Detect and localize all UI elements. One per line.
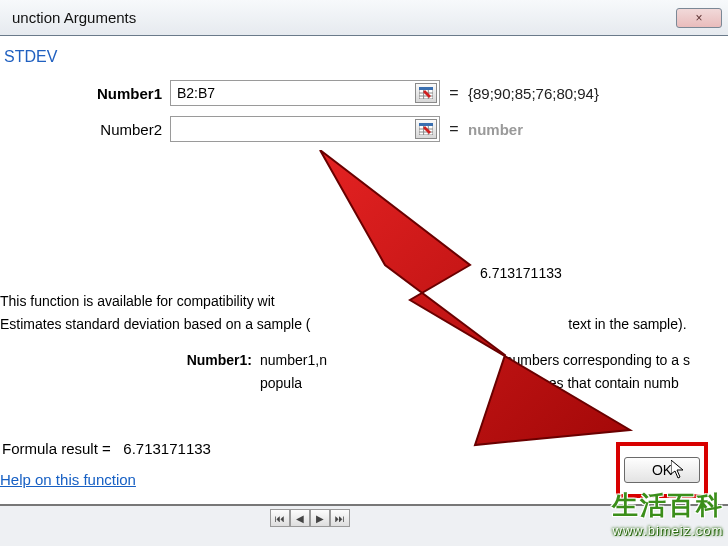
- dialog-content: STDEV Number1 B2:B7 = {89;90;85;76;80;94…: [0, 36, 728, 496]
- ok-button-label: OK: [652, 462, 672, 478]
- arg-preview: number: [468, 121, 523, 138]
- titlebar: unction Arguments ×: [0, 0, 728, 36]
- input-value: B2:B7: [177, 85, 415, 101]
- formula-result-label: Formula result =: [2, 440, 111, 457]
- number2-input[interactable]: [170, 116, 440, 142]
- arg-row-number2: Number2 = number: [0, 116, 720, 142]
- svg-rect-8: [419, 123, 433, 126]
- svg-marker-14: [671, 460, 683, 478]
- watermark: 生活百科 www.bimeiz.com: [612, 488, 724, 538]
- argument-help: Number1: number1,n numbers corresponding…: [0, 349, 716, 394]
- desc-line2a: Estimates standard deviation based on a …: [0, 316, 311, 332]
- svg-rect-1: [419, 87, 433, 90]
- arg-preview: {89;90;85;76;80;94}: [468, 85, 599, 102]
- equals-sign: =: [440, 84, 468, 102]
- arg-row-number1: Number1 B2:B7 = {89;90;85;76;80;94}: [0, 80, 720, 106]
- sheet-last-button[interactable]: ⏭: [330, 509, 350, 527]
- mouse-cursor-icon: [671, 460, 687, 480]
- arg-help-1a: number1,n: [260, 352, 327, 368]
- arg-help-label: Number1:: [0, 349, 260, 394]
- close-icon: ×: [695, 11, 702, 25]
- desc-line1: This function is available for compatibi…: [0, 293, 275, 309]
- ok-button[interactable]: OK: [624, 457, 700, 483]
- arg-help-2b: ferences that contain numb: [510, 375, 679, 391]
- formula-result-value: 6.713171133: [123, 440, 211, 457]
- desc-line2b: text in the sample).: [568, 316, 686, 332]
- function-description: 6.713171133 This function is available f…: [0, 262, 720, 394]
- watermark-url: www.bimeiz.com: [612, 523, 724, 538]
- arg-help-2a: popula: [260, 375, 302, 391]
- arg-label: Number1: [0, 85, 170, 102]
- equals-sign: =: [440, 120, 468, 138]
- watermark-cn: 生活百科: [612, 488, 724, 523]
- number1-input[interactable]: B2:B7: [170, 80, 440, 106]
- range-picker-button[interactable]: [415, 83, 437, 103]
- sheet-nav: ⏮ ◀ ▶ ⏭: [270, 509, 350, 527]
- sheet-next-button[interactable]: ▶: [310, 509, 330, 527]
- function-name: STDEV: [0, 48, 720, 66]
- arg-label: Number2: [0, 121, 170, 138]
- help-link[interactable]: Help on this function: [0, 471, 136, 488]
- sheet-prev-button[interactable]: ◀: [290, 509, 310, 527]
- arg-help-1b: numbers corresponding to a s: [505, 352, 690, 368]
- formula-result: Formula result = 6.713171133: [0, 440, 720, 457]
- range-picker-button[interactable]: [415, 119, 437, 139]
- window-title: unction Arguments: [12, 9, 136, 26]
- calc-preview: 6.713171133: [0, 262, 716, 284]
- range-picker-icon: [419, 87, 433, 99]
- range-picker-icon: [419, 123, 433, 135]
- sheet-first-button[interactable]: ⏮: [270, 509, 290, 527]
- close-button[interactable]: ×: [676, 8, 722, 28]
